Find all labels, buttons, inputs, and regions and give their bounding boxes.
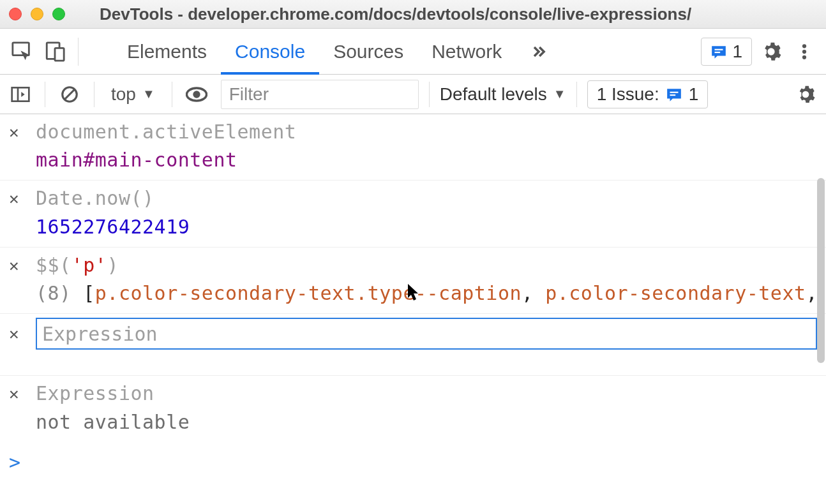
tab-label: Console — [235, 41, 305, 63]
svg-rect-3 — [715, 48, 723, 50]
live-expression-icon[interactable] — [183, 80, 211, 108]
levels-label: Default levels — [440, 84, 547, 105]
sidebar-toggle-icon[interactable] — [6, 80, 34, 108]
svg-rect-4 — [715, 52, 721, 53]
svg-rect-14 — [670, 91, 678, 93]
svg-rect-2 — [55, 48, 64, 61]
minimize-window-button[interactable] — [31, 8, 43, 20]
main-toolbar: Elements Console Sources Network 1 — [0, 29, 826, 75]
console-toolbar: top ▼ Filter Default levels ▼ 1 Issue: 1 — [0, 75, 826, 114]
tab-sources[interactable]: Sources — [319, 29, 417, 74]
tab-elements[interactable]: Elements — [113, 29, 221, 74]
expression-result: not available — [36, 411, 817, 433]
context-label: top — [111, 84, 136, 105]
svg-point-7 — [802, 55, 806, 59]
filter-input[interactable]: Filter — [221, 80, 419, 109]
issue-label: 1 Issue: — [597, 84, 659, 105]
issues-count: 1 — [732, 41, 742, 62]
remove-expression-button[interactable]: ✕ — [9, 187, 24, 210]
mouse-cursor-icon — [407, 284, 421, 302]
tab-network[interactable]: Network — [417, 29, 516, 74]
traffic-lights — [9, 8, 65, 20]
zoom-window-button[interactable] — [52, 8, 65, 20]
expression-text[interactable]: document.activeElement — [36, 121, 296, 143]
svg-rect-8 — [12, 87, 29, 101]
remove-expression-button[interactable]: ✕ — [9, 322, 24, 345]
live-expression: ✕ $$('p') (8) [p.color-secondary-text.ty… — [0, 248, 826, 314]
settings-icon[interactable] — [757, 38, 785, 66]
filter-placeholder: Filter — [229, 84, 269, 105]
more-options-icon[interactable] — [790, 38, 818, 66]
svg-line-11 — [65, 89, 75, 99]
window-title: DevTools - developer.chrome.com/docs/dev… — [74, 4, 817, 24]
live-expression: ✕ document.activeElement main#main-conte… — [0, 114, 826, 181]
issue-count: 1 — [689, 84, 699, 105]
window-titlebar: DevTools - developer.chrome.com/docs/dev… — [0, 0, 826, 29]
inspect-element-icon[interactable] — [8, 38, 36, 66]
tab-label: Elements — [127, 41, 207, 63]
chevron-down-icon: ▼ — [142, 87, 155, 101]
svg-point-6 — [802, 49, 806, 53]
expression-input[interactable]: Expression — [36, 318, 817, 350]
console-settings-icon[interactable] — [792, 80, 820, 108]
close-window-button[interactable] — [9, 8, 22, 20]
expression-text[interactable]: Expression — [36, 382, 154, 404]
issues-pill[interactable]: 1 Issue: 1 — [587, 80, 709, 108]
live-expression: ✕ Expression not available — [0, 376, 826, 441]
chevron-down-icon: ▼ — [553, 87, 566, 101]
remove-expression-button[interactable]: ✕ — [9, 121, 24, 144]
issues-badge[interactable]: 1 — [701, 38, 752, 66]
svg-point-13 — [193, 91, 200, 98]
device-toolbar-icon[interactable] — [41, 38, 69, 66]
expression-result[interactable]: (8) [p.color-secondary-text.type--captio… — [36, 282, 817, 304]
more-tabs-button[interactable] — [516, 29, 562, 74]
expression-result[interactable]: 1652276422419 — [36, 216, 817, 238]
remove-expression-button[interactable]: ✕ — [9, 254, 24, 277]
toolbar-separator — [78, 38, 79, 66]
live-expression: ✕ Date.now() 1652276422419 — [0, 181, 826, 247]
svg-point-5 — [802, 44, 806, 48]
live-expression-new: ✕ Expression — [0, 314, 826, 353]
tab-console[interactable]: Console — [221, 29, 319, 74]
remove-expression-button[interactable]: ✕ — [9, 382, 24, 405]
panel-tabs: Elements Console Sources Network — [113, 29, 562, 74]
expression-text[interactable]: $$('p') — [36, 254, 119, 276]
expression-placeholder: Expression — [42, 323, 158, 345]
log-levels-selector[interactable]: Default levels ▼ — [440, 84, 566, 105]
execution-context-selector[interactable]: top ▼ — [105, 84, 161, 105]
console-content: ✕ document.activeElement main#main-conte… — [0, 114, 826, 504]
console-prompt[interactable]: > — [9, 451, 20, 473]
tab-label: Sources — [333, 41, 403, 63]
clear-console-icon[interactable] — [56, 80, 84, 108]
svg-rect-15 — [670, 94, 675, 96]
expression-text[interactable]: Date.now() — [36, 187, 154, 209]
expression-result[interactable]: main#main-content — [36, 149, 817, 171]
tab-label: Network — [432, 41, 502, 63]
svg-rect-0 — [13, 42, 29, 55]
scrollbar[interactable] — [817, 178, 825, 363]
